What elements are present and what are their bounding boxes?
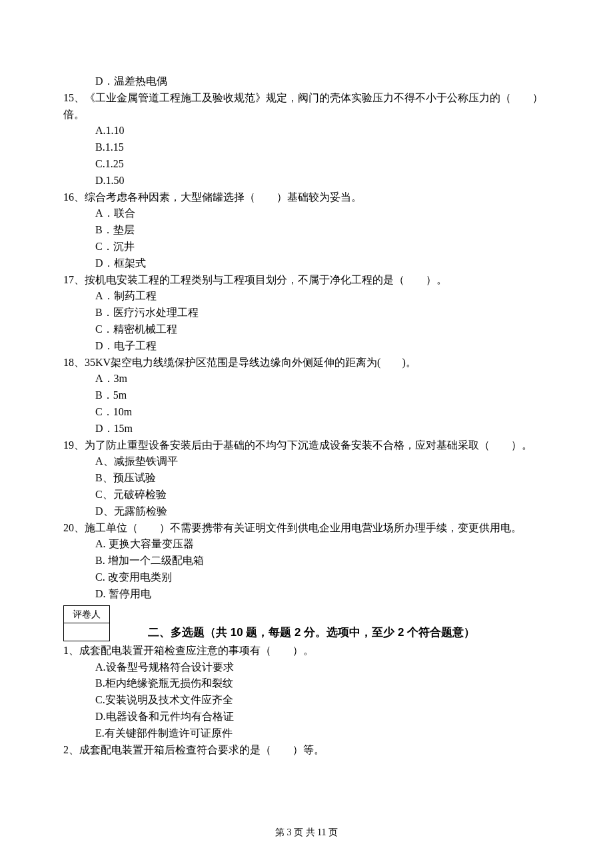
q15-option-c: C.1.25 [63, 156, 550, 173]
mq2-stem: 2、成套配电装置开箱后检查符合要求的是（ ）等。 [63, 742, 550, 759]
q16-stem: 16、综合考虑各种因素，大型储罐选择（ ）基础较为妥当。 [63, 189, 550, 206]
q16-option-d: D．框架式 [63, 255, 550, 272]
page: D．温差热电偶 15、《工业金属管道工程施工及验收规范》规定，阀门的壳体实验压力… [0, 0, 613, 868]
mq1-option-d: D.电器设备和元件均有合格证 [63, 709, 550, 725]
mq1-option-a: A.设备型号规格符合设计要求 [63, 659, 550, 676]
q14-option-d: D．温差热电偶 [63, 73, 550, 90]
q20-option-d: D. 暂停用电 [63, 586, 550, 603]
q19-option-c: C、元破碎检验 [63, 487, 550, 503]
q18-option-b: B．5m [63, 387, 550, 404]
mq1-option-c: C.安装说明及技术文件应齐全 [63, 692, 550, 709]
q20-option-c: C. 改变用电类别 [63, 569, 550, 586]
q19-option-a: A、减振垫铁调平 [63, 453, 550, 470]
q20-option-a: A. 更换大容量变压器 [63, 536, 550, 553]
scorer-blank [64, 623, 110, 641]
q19-stem: 19、为了防止重型设备安装后由于基础的不均匀下沉造成设备安装不合格，应对基础采取… [63, 437, 550, 454]
scorer-box: 评卷人 [63, 605, 110, 641]
q18-option-c: C．10m [63, 404, 550, 421]
page-footer: 第 3 页 共 11 页 [0, 825, 613, 840]
scorer-label: 评卷人 [64, 605, 110, 623]
mq1-stem: 1、成套配电装置开箱检查应注意的事项有（ ）。 [63, 643, 550, 659]
q18-option-d: D．15m [63, 421, 550, 437]
q20-option-b: B. 增加一个二级配电箱 [63, 553, 550, 569]
q16-option-a: A．联合 [63, 205, 550, 222]
q17-option-d: D．电子工程 [63, 338, 550, 355]
q19-option-b: B、预压试验 [63, 470, 550, 487]
q16-option-b: B．垫层 [63, 222, 550, 239]
q15-stem: 15、《工业金属管道工程施工及验收规范》规定，阀门的壳体实验压力不得不小于公称压… [63, 90, 550, 123]
q19-option-d: D、无露筋检验 [63, 503, 550, 520]
q17-stem: 17、按机电安装工程的工程类别与工程项目划分，不属于净化工程的是（ ）。 [63, 272, 550, 289]
mq1-option-b: B.柜内绝缘瓷瓶无损伤和裂纹 [63, 675, 550, 692]
q16-option-c: C．沉井 [63, 239, 550, 255]
section-header: 评卷人 二、多选题（共 10 题，每题 2 分。选项中，至少 2 个符合题意） [63, 605, 550, 641]
q17-option-c: C．精密机械工程 [63, 321, 550, 338]
q18-option-a: A．3m [63, 371, 550, 387]
q15-option-d: D.1.50 [63, 173, 550, 189]
q15-option-b: B.1.15 [63, 139, 550, 156]
section2-title: 二、多选题（共 10 题，每题 2 分。选项中，至少 2 个符合题意） [148, 624, 475, 641]
q17-option-b: B．医疗污水处理工程 [63, 305, 550, 321]
q18-stem: 18、35KV架空电力线缆保护区范围是导线边缘向外侧延伸的距离为( )。 [63, 355, 550, 371]
mq1-option-e: E.有关键部件制造许可证原件 [63, 725, 550, 742]
q20-stem: 20、施工单位（ ）不需要携带有关证明文件到供电企业用电营业场所办理手续，变更供… [63, 520, 550, 537]
q15-option-a: A.1.10 [63, 123, 550, 139]
q17-option-a: A．制药工程 [63, 288, 550, 305]
